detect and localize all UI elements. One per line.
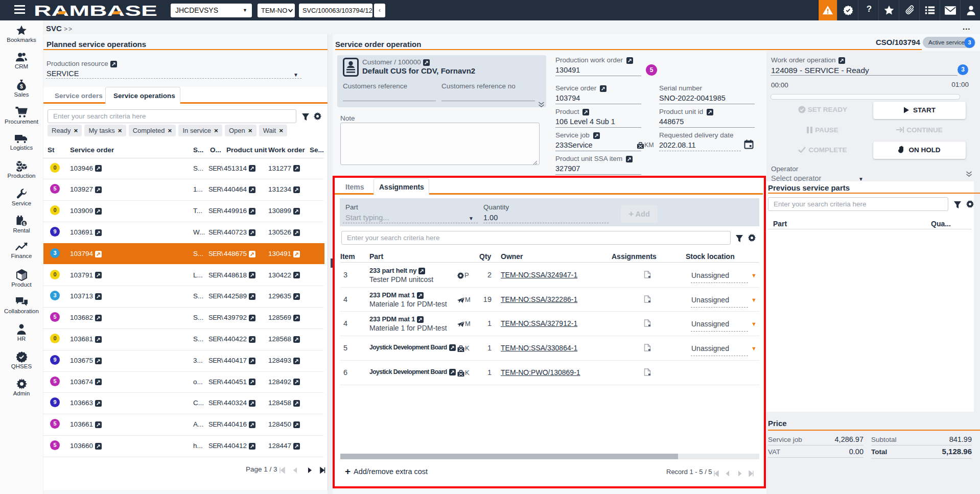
- svg-text:$: $: [23, 221, 26, 226]
- svg-text:RAMBASE: RAMBASE: [34, 3, 157, 18]
- svg-text:$: $: [20, 83, 23, 89]
